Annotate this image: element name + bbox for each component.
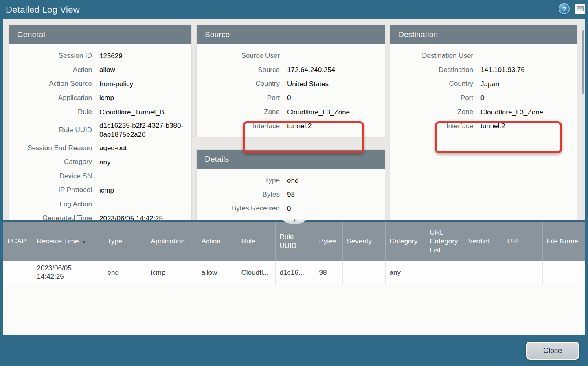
field-value: d1c16235-b2f2-4327-b380-0ae1875e2a26 [92, 121, 191, 139]
column-header-bytes[interactable]: Bytes [315, 222, 342, 261]
column-label: Receive Time [37, 237, 79, 245]
field-label: Port [390, 94, 473, 102]
field-label: Bytes Received [197, 204, 280, 213]
field-row-application: Application icmp [9, 91, 191, 105]
field-label: Zone [390, 108, 473, 116]
field-row-rule: Rule Cloudflare_Tunnel_Bi... [9, 105, 191, 119]
field-row-source-country: Country United States [197, 77, 385, 91]
field-label: Generated Time [9, 214, 92, 220]
field-row-destination: Destination 141.101.93.76 [390, 63, 577, 77]
field-label: Port [197, 94, 280, 102]
details-panel-body: Type end Bytes 98 Bytes Received 0 [197, 169, 385, 216]
field-label: Bytes [197, 191, 280, 199]
destination-panel-body: Destination User Destination 141.101.93.… [390, 44, 577, 133]
field-row-device-sn: Device SN [9, 169, 191, 184]
field-value: tunnel.2 [473, 122, 509, 130]
column-header-rule-uuid[interactable]: Rule UUID [275, 222, 315, 261]
field-value: Cloudflare_L3_Zone [280, 108, 354, 116]
column-header-action[interactable]: Action [197, 222, 237, 261]
field-label: Session End Reason [9, 144, 92, 152]
column-header-file-name[interactable]: File Name [542, 222, 585, 261]
general-panel: General Session ID 125629 Action allow A… [9, 25, 191, 220]
field-row-category: Category any [9, 155, 191, 169]
column-header-application[interactable]: Application [147, 222, 197, 261]
field-row-rule-uuid: Rule UUID d1c16235-b2f2-4327-b380-0ae187… [9, 119, 191, 141]
field-label: Source User [197, 52, 280, 60]
cell-action: allow [197, 261, 237, 285]
field-label: Session ID [9, 52, 92, 60]
field-label: Rule [9, 108, 92, 116]
window-titlebar: Detailed Log View ? [0, 0, 588, 19]
field-label: Destination [390, 66, 473, 74]
column-header-category[interactable]: Category [385, 222, 426, 261]
field-value: Cloudflare_L3_Zone [473, 108, 547, 116]
field-value: 2023/06/05 14:42:25 [92, 214, 167, 220]
field-value: 0 [280, 94, 295, 102]
cell-category: any [385, 261, 426, 285]
field-label: Country [390, 80, 473, 88]
details-panel-header: Details [197, 150, 385, 169]
column-header-type[interactable]: Type [103, 222, 147, 261]
sort-ascending-icon: ▲ [81, 239, 86, 245]
column-header-rule[interactable]: Rule [237, 222, 275, 261]
column-header-verdict[interactable]: Verdict [464, 222, 503, 261]
cell-url [503, 261, 542, 285]
field-value: Japan [473, 80, 503, 88]
field-row-generated-time: Generated Time 2023/06/05 14:42:25 [9, 211, 191, 220]
field-row-source: Source 172.64.240.254 [197, 63, 385, 77]
vertical-scrollbar-thumb[interactable] [582, 30, 584, 94]
field-row-log-action: Log Action [9, 197, 191, 212]
column-header-url-category-list[interactable]: URL Category List [426, 222, 464, 261]
field-value: icmp [92, 186, 118, 195]
cell-type: end [103, 261, 147, 285]
close-button[interactable]: Close [526, 342, 579, 360]
field-row-destination-port: Port 0 [390, 91, 577, 105]
chevron-down-icon: ▼ [293, 219, 296, 223]
field-label: Device SN [9, 172, 92, 180]
destination-panel-header: Destination [390, 25, 577, 44]
cell-application: icmp [147, 261, 197, 285]
field-label: Log Action [9, 200, 92, 208]
general-panel-header: General [9, 25, 191, 44]
field-label: Action Source [9, 80, 92, 88]
field-value: allow [92, 66, 119, 74]
field-value: United States [280, 80, 333, 88]
field-row-source-zone: Zone Cloudflare_L3_Zone [197, 105, 385, 119]
field-value: 0 [473, 94, 488, 102]
field-value: any [92, 158, 114, 167]
column-header-url[interactable]: URL [503, 222, 542, 261]
log-table-row[interactable]: 2023/06/05 14:42:25 end icmp allow Cloud… [3, 261, 585, 285]
field-row-action-source: Action Source from-policy [9, 77, 191, 91]
page-title: Detailed Log View [6, 0, 80, 19]
source-panel-body: Source User Source 172.64.240.254 Countr… [197, 44, 385, 133]
field-row-destination-interface: Interface tunnel.2 [390, 119, 577, 134]
field-value: from-policy [92, 80, 137, 88]
help-icon[interactable]: ? [559, 3, 570, 14]
column-header-pcap[interactable]: PCAP [3, 222, 33, 261]
field-row-session-id: Session ID 125629 [9, 49, 191, 63]
field-row-ip-protocol: IP Protocol icmp [9, 183, 191, 197]
field-label: Action [9, 66, 92, 74]
field-label: Type [197, 176, 280, 184]
column-header-severity[interactable]: Severity [342, 222, 385, 261]
window-restore-icon-glyph [577, 6, 584, 11]
log-table-section: PCAP Receive Time▲ Type Application Acti… [3, 221, 585, 335]
cell-rule: Cloudfl... [237, 261, 275, 285]
details-panel: Details Type end Bytes 98 Bytes Received… [197, 150, 385, 220]
field-value: 172.64.240.254 [280, 66, 339, 74]
field-value: 0 [280, 204, 295, 213]
field-label: Destination User [390, 52, 473, 60]
field-value: tunnel.2 [280, 122, 316, 130]
field-label: IP Protocol [9, 186, 92, 194]
log-table-header-row: PCAP Receive Time▲ Type Application Acti… [3, 222, 585, 261]
column-header-receive-time[interactable]: Receive Time▲ [33, 222, 103, 261]
field-value: 125629 [92, 52, 127, 60]
field-row-type: Type end [197, 173, 385, 188]
field-label: Interface [390, 122, 473, 130]
field-value: aged-out [92, 144, 131, 152]
window-restore-icon[interactable] [575, 4, 585, 14]
cell-bytes: 98 [315, 261, 342, 285]
field-row-session-end-reason: Session End Reason aged-out [9, 141, 191, 156]
field-value: 98 [280, 190, 299, 199]
cell-rule-uuid: d1c16... [275, 261, 315, 285]
